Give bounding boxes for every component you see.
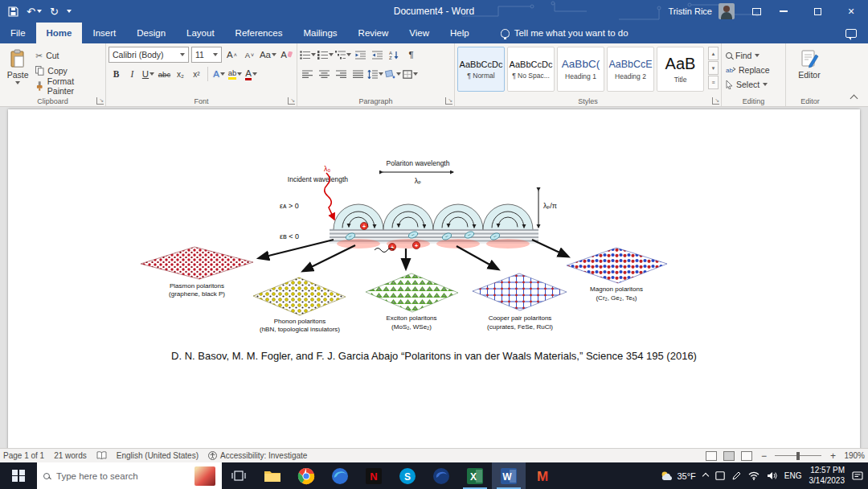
tab-design[interactable]: Design <box>126 23 176 43</box>
borders-button[interactable] <box>403 66 418 82</box>
tab-layout[interactable]: Layout <box>176 23 225 43</box>
superscript-button[interactable]: x² <box>189 66 204 82</box>
shading-button[interactable] <box>385 66 401 82</box>
taskbar-app-m[interactable]: M <box>526 462 559 489</box>
highlight-button[interactable]: ab <box>227 66 243 82</box>
show-hide-marks-button[interactable]: ¶ <box>403 47 419 63</box>
tab-review[interactable]: Review <box>348 23 399 43</box>
tab-help[interactable]: Help <box>440 23 480 43</box>
language-indicator[interactable]: English (United States) <box>117 451 199 460</box>
read-mode-icon[interactable] <box>706 451 717 461</box>
document-page[interactable]: Incident wavelength λ₀ Polariton wavelen… <box>8 109 860 489</box>
styles-gallery-more-icon[interactable]: ≡ <box>708 76 719 89</box>
font-color-button[interactable]: A <box>244 66 259 82</box>
wifi-icon[interactable] <box>748 471 760 480</box>
word-count[interactable]: 21 words <box>54 451 87 460</box>
customize-qat-icon[interactable] <box>67 10 72 13</box>
numbering-button[interactable] <box>317 47 334 63</box>
tab-home[interactable]: Home <box>36 23 83 43</box>
style-heading1[interactable]: AaBbC( Heading 1 <box>557 47 604 92</box>
tab-view[interactable]: View <box>399 23 440 43</box>
align-right-button[interactable] <box>334 66 349 82</box>
web-layout-icon[interactable] <box>741 451 752 461</box>
clear-formatting-button[interactable]: A <box>279 47 294 63</box>
paste-button[interactable]: Paste <box>2 47 33 93</box>
style-no-spacing[interactable]: AaBbCcDc ¶ No Spac... <box>507 47 555 92</box>
zoom-level[interactable]: 190% <box>844 451 865 460</box>
undo-icon[interactable]: ↶ <box>27 6 42 18</box>
zoom-out-button[interactable]: − <box>759 450 768 462</box>
style-heading2[interactable]: AaBbCcE Heading 2 <box>607 47 654 92</box>
tab-insert[interactable]: Insert <box>82 23 126 43</box>
paragraph-dialog-launcher-icon[interactable]: ↘ <box>445 97 452 105</box>
hidden-icons-chevron[interactable] <box>703 474 708 479</box>
styles-scroll-up-icon[interactable]: ▴ <box>708 47 719 60</box>
select-button[interactable]: Select <box>724 77 783 92</box>
find-button[interactable]: Find <box>724 48 783 63</box>
multilevel-list-button[interactable] <box>335 47 351 63</box>
bold-button[interactable]: B <box>108 66 124 82</box>
pen-icon[interactable] <box>732 471 741 480</box>
volume-icon[interactable] <box>767 471 777 480</box>
style-normal[interactable]: AaBbCcDc ¶ Normal <box>457 47 505 92</box>
justify-button[interactable] <box>350 66 366 82</box>
strikethrough-button[interactable]: abc <box>157 66 172 82</box>
clock[interactable]: 12:57 PM 3/14/2023 <box>809 466 845 486</box>
cut-button[interactable]: ✂ Cut <box>33 48 103 63</box>
comments-icon[interactable] <box>845 29 857 38</box>
document-area[interactable]: Incident wavelength λ₀ Polariton wavelen… <box>0 107 868 448</box>
taskbar-app-chrome[interactable] <box>289 462 323 489</box>
taskbar-app-blue[interactable] <box>424 462 458 489</box>
taskbar-app-edge[interactable] <box>323 462 357 489</box>
shrink-font-button[interactable]: A˅ <box>242 47 257 63</box>
tab-mailings[interactable]: Mailings <box>293 23 347 43</box>
task-view-button[interactable] <box>222 462 256 489</box>
align-center-button[interactable] <box>317 66 332 82</box>
search-highlight-image[interactable] <box>194 466 215 486</box>
tab-references[interactable]: References <box>225 23 293 43</box>
close-button[interactable]: × <box>834 0 868 23</box>
change-case-button[interactable]: Aa <box>260 47 276 63</box>
line-spacing-button[interactable] <box>367 66 383 82</box>
taskbar-search[interactable]: Type here to search <box>37 462 222 489</box>
decrease-indent-button[interactable] <box>353 47 368 63</box>
maximize-button[interactable] <box>800 0 834 23</box>
redo-icon[interactable]: ↻ <box>50 6 59 18</box>
replace-button[interactable]: ab Replace <box>724 63 783 77</box>
styles-scroll-down-icon[interactable]: ▾ <box>708 61 719 75</box>
accessibility-status[interactable]: Accessibility: Investigate <box>208 451 307 460</box>
font-size-select[interactable]: 11 <box>191 47 222 63</box>
subscript-button[interactable]: x₂ <box>173 66 188 82</box>
bullets-button[interactable] <box>300 47 316 63</box>
clipboard-dialog-launcher-icon[interactable]: ↘ <box>96 97 104 105</box>
zoom-in-button[interactable]: + <box>828 450 837 462</box>
grow-font-button[interactable]: A˄ <box>224 47 240 63</box>
taskbar-app-skype[interactable]: S <box>391 462 424 489</box>
start-button[interactable] <box>0 462 37 489</box>
print-layout-icon[interactable] <box>723 451 735 461</box>
avatar[interactable] <box>719 3 735 19</box>
format-painter-button[interactable]: Format Painter <box>33 79 103 93</box>
collapse-ribbon-icon[interactable] <box>850 95 858 103</box>
text-effects-button[interactable]: A <box>211 66 227 82</box>
minimize-button[interactable] <box>767 0 800 23</box>
proofing-icon[interactable] <box>96 451 107 460</box>
increase-indent-button[interactable] <box>370 47 385 63</box>
tablet-icon[interactable] <box>715 471 725 480</box>
save-icon[interactable] <box>8 6 18 17</box>
sort-button[interactable]: AZ <box>387 47 402 63</box>
taskbar-app-excel[interactable]: X <box>458 462 492 489</box>
user-name[interactable]: Tristin Rice <box>668 6 712 16</box>
zoom-slider-thumb[interactable] <box>796 452 800 460</box>
font-dialog-launcher-icon[interactable]: ↘ <box>288 97 295 105</box>
ribbon-display-options-icon[interactable] <box>746 0 767 23</box>
taskbar-app-netflix[interactable]: N <box>357 462 391 489</box>
editor-button[interactable]: Editor <box>788 47 830 93</box>
tell-me-box[interactable]: Tell me what you want to do <box>501 23 628 43</box>
weather-widget[interactable]: 35°F <box>661 471 695 481</box>
underline-button[interactable]: U <box>141 66 156 82</box>
italic-button[interactable]: I <box>125 66 140 82</box>
align-left-button[interactable] <box>300 66 315 82</box>
page-indicator[interactable]: Page 1 of 1 <box>3 451 44 460</box>
zoom-slider[interactable] <box>775 455 821 457</box>
